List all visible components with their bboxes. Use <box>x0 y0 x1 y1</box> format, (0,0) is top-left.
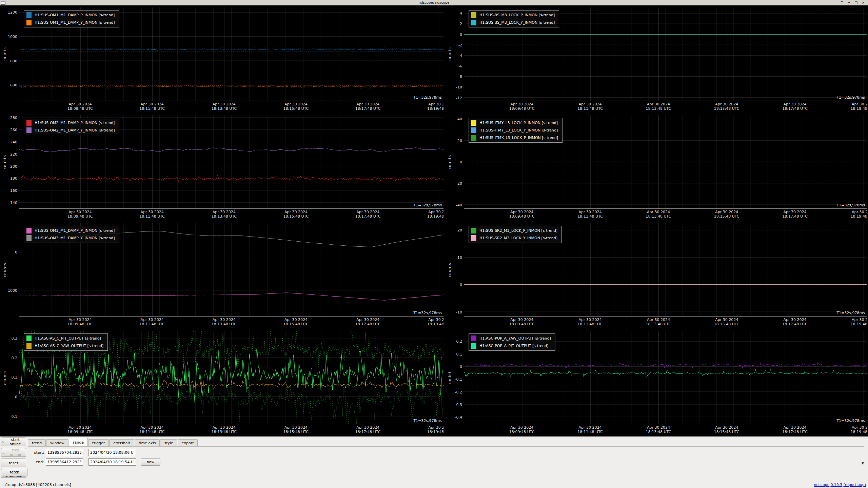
y-tick-labels: 420-2-4-6-8-10-12 <box>452 7 464 101</box>
legend: H1:SUS-OM1_M1_DAMP_P_INMON [s-trend]H1:S… <box>24 10 119 27</box>
channel-name: H1:SUS-ITMY_L3_LOCK_P_INMON [s-trend] <box>479 121 558 125</box>
plot-p4: counts40200-20-40H1:SUS-ITMY_L3_LOCK_P_I… <box>445 113 868 221</box>
tab-style[interactable]: style <box>160 439 177 446</box>
tab-trend[interactable]: trend <box>28 439 46 446</box>
y-tick: 0.3 <box>12 336 18 340</box>
link-0.19.3[interactable]: 0.19.3 <box>830 483 842 487</box>
x-tick: Apr 30 202418:09:48 UTC <box>67 102 93 111</box>
tab-export[interactable]: export <box>178 439 198 446</box>
y-tick: 2 <box>460 22 462 26</box>
y-tick: 220 <box>10 152 17 156</box>
x-tick: Apr 30 202418:15:48 UTC <box>714 425 739 434</box>
start-gps-input[interactable] <box>46 449 83 456</box>
minimize-icon[interactable]: – <box>847 1 851 4</box>
y-tick: -12 <box>456 96 462 100</box>
end-utc-input[interactable] <box>88 458 136 466</box>
tab-trigger[interactable]: trigger <box>88 439 109 446</box>
control-panel: ▷ start online □ stop online reset add c… <box>0 436 868 488</box>
legend-entry: H1:SUS-BS_M3_LOCK_P_INMON [s-trend] <box>471 12 555 18</box>
legend-entry: H1:SUS-OM2_M1_DAMP_Y_INMON [s-trend] <box>26 127 115 133</box>
plot-p5: counts0-1000H1:SUS-OM3_M1_DAMP_P_INMON [… <box>0 221 445 329</box>
legend-entry: H1:ASC-AS_C_YAW_OUTPUT [s-trend] <box>26 343 103 349</box>
plot-canvas-p4[interactable]: H1:SUS-ITMY_L3_LOCK_P_INMON [s-trend]H1:… <box>464 115 867 209</box>
plot-canvas-p7[interactable]: H1:ASC-AS_C_PIT_OUTPUT [s-trend]H1:ASC-A… <box>19 331 443 424</box>
y-tick: 180 <box>10 176 17 181</box>
t-cursor-label: T1=32s,978ms <box>413 419 442 423</box>
start-online-button[interactable]: ▷ start online <box>1 438 26 446</box>
shade-icon[interactable]: ^ <box>840 1 844 4</box>
legend-entry: H1:SUS-OM1_M1_DAMP_Y_INMON [s-trend] <box>26 20 115 25</box>
y-axis-label: counts <box>447 7 452 101</box>
x-tick: Apr 30 202418:09:48 UTC <box>67 318 93 326</box>
fetch-button[interactable]: fetch <box>2 468 27 476</box>
x-tick: Apr 30 202418:09:48 UTC <box>67 210 93 219</box>
tab-frame-line <box>28 446 864 447</box>
footer-links: ndscope0.19.3(report bug) <box>813 483 866 487</box>
x-tick-labels: Apr 30 202418:09:48 UTCApr 30 202418:11:… <box>19 209 443 221</box>
x-tick: Apr 30 202418:13:48 UTC <box>646 210 671 219</box>
x-tick: Apr 30 202418:15:48 UTC <box>714 210 739 219</box>
plot-canvas-p3[interactable]: H1:SUS-OM2_M1_DAMP_P_INMON [s-trend]H1:S… <box>19 115 443 209</box>
x-tick: Apr 30 202418:11:48 UTC <box>577 210 603 219</box>
y-axis-label: counts <box>447 115 452 209</box>
x-tick: Apr 30 202418:19:48 UTC <box>427 210 443 219</box>
y-tick: -6 <box>458 64 462 68</box>
tab-time-axis[interactable]: time axis <box>135 439 160 446</box>
x-tick: Apr 30 202418:11:48 UTC <box>139 210 165 219</box>
x-tick: Apr 30 202418:15:48 UTC <box>283 425 309 434</box>
scroll-down-arrow[interactable]: ▼ <box>862 462 864 465</box>
legend-swatch <box>471 20 476 25</box>
y-tick-labels: 0.30.20.10-0.1 <box>7 331 19 424</box>
tab-range[interactable]: range <box>69 438 88 446</box>
plot-canvas-p1[interactable]: H1:SUS-OM1_M1_DAMP_P_INMON [s-trend]H1:S… <box>19 7 443 101</box>
tab-bar: trendwindowrangetriggercrosshairtime axi… <box>28 438 198 446</box>
link-ndscope[interactable]: ndscope <box>814 483 829 487</box>
x-tick: Apr 30 202418:11:48 UTC <box>139 318 165 326</box>
plot-canvas-p2[interactable]: H1:SUS-BS_M3_LOCK_P_INMON [s-trend]H1:SU… <box>464 7 867 101</box>
x-tick: Apr 30 202418:13:48 UTC <box>211 425 237 434</box>
plot-canvas-p8[interactable]: H1:ASC-POP_A_YAW_OUTPUT [s-trend]H1:ASC-… <box>464 331 867 424</box>
tab-crosshair[interactable]: crosshair <box>109 439 134 446</box>
legend-entry: H1:SUS-SR2_M3_LOCK_Y_INMON [s-trend] <box>471 235 557 241</box>
start-label: start: <box>28 450 46 455</box>
x-tick: Apr 30 202418:17:48 UTC <box>355 318 381 326</box>
x-tick: Apr 30 202418:11:48 UTC <box>577 102 603 111</box>
channel-name: H1:SUS-ITMY_L3_LOCK_Y_INMON [s-trend] <box>479 128 558 133</box>
legend-entry: H1:SUS-ITMY_L3_LOCK_P_INMON [s-trend] <box>471 120 558 126</box>
legend-entry: H1:ASC-POP_A_PIT_OUTPUT [s-trend] <box>471 343 551 349</box>
channel-name: H1:SUS-OM1_M1_DAMP_Y_INMON [s-trend] <box>35 20 115 25</box>
y-axis-label: counts <box>2 223 7 317</box>
now-label: now <box>147 460 155 464</box>
stop-online-button[interactable]: □ stop online <box>1 448 26 457</box>
maximize-icon[interactable]: □ <box>854 1 858 4</box>
legend: H1:SUS-SR2_M3_LOCK_P_INMON [s-trend]H1:S… <box>469 226 562 243</box>
legend: H1:SUS-OM2_M1_DAMP_P_INMON [s-trend]H1:S… <box>24 118 119 135</box>
y-tick-labels: 0.20.10-0.1-0.2-0.3-0.4 <box>452 331 464 424</box>
end-gps-input[interactable] <box>46 458 83 466</box>
now-button[interactable]: now <box>141 458 160 466</box>
legend: H1:SUS-ITMY_L3_LOCK_P_INMON [s-trend]H1:… <box>469 118 563 143</box>
plot-canvas-p5[interactable]: H1:SUS-OM3_M1_DAMP_P_INMON [s-trend]H1:S… <box>19 223 443 317</box>
y-tick: -10 <box>456 85 462 89</box>
legend-entry: H1:SUS-OM3_M1_DAMP_Y_INMON [s-trend] <box>26 235 115 241</box>
x-tick: Apr 30 202418:11:48 UTC <box>139 102 165 111</box>
y-tick: 800 <box>10 59 17 63</box>
close-icon[interactable]: × <box>861 1 865 4</box>
y-tick: -0.4 <box>455 415 462 420</box>
y-tick: -10 <box>456 310 462 314</box>
y-tick: 260 <box>10 128 17 132</box>
link--report-bug-[interactable]: (report bug) <box>843 483 866 487</box>
x-tick: Apr 30 202418:09:48 UTC <box>509 425 535 434</box>
y-tick: 600 <box>10 83 17 87</box>
plot-canvas-p6[interactable]: H1:SUS-SR2_M3_LOCK_P_INMON [s-trend]H1:S… <box>464 223 867 317</box>
y-tick: 0.1 <box>12 375 18 380</box>
channel-name: H1:SUS-OM3_M1_DAMP_Y_INMON [s-trend] <box>35 236 115 240</box>
y-tick: -8 <box>458 75 462 79</box>
reset-button[interactable]: reset <box>1 459 26 467</box>
legend-entry: H1:SUS-OM1_M1_DAMP_P_INMON [s-trend] <box>26 12 115 18</box>
legend: H1:SUS-OM3_M1_DAMP_P_INMON [s-trend]H1:S… <box>24 226 119 243</box>
y-tick: 20 <box>457 138 462 143</box>
range-tab-panel: start: end: now <box>28 449 160 468</box>
tab-window[interactable]: window <box>46 439 68 446</box>
start-utc-input[interactable] <box>88 449 136 456</box>
